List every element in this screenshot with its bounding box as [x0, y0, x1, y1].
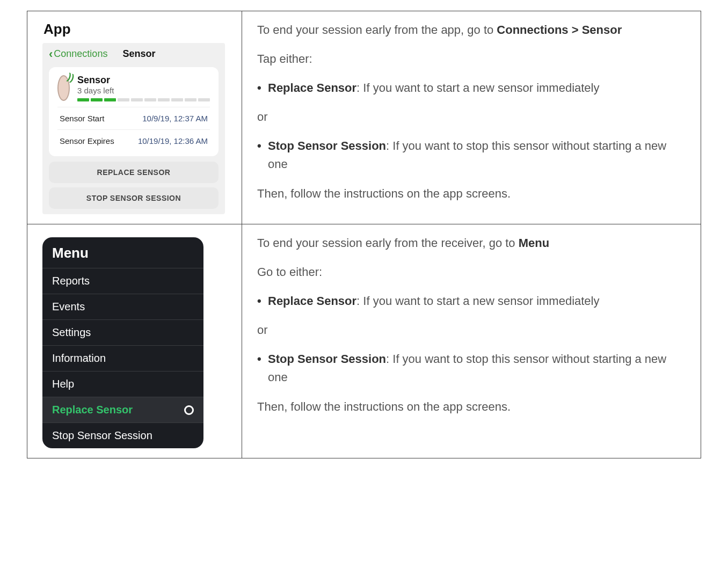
- app-heading: App: [43, 21, 227, 38]
- replace-sensor-button[interactable]: REPLACE SENSOR: [49, 162, 219, 183]
- row2-bullet-replace: • Replace Sensor: If you want to start a…: [257, 292, 686, 310]
- menu-item-events[interactable]: Events: [42, 294, 203, 319]
- sensor-start-value: 10/9/19, 12:37 AM: [142, 114, 208, 123]
- sensor-expires-row: Sensor Expires 10/19/19, 12:36 AM: [57, 129, 210, 152]
- menu-item-replace-sensor[interactable]: Replace Sensor: [42, 397, 203, 422]
- menu-item-help[interactable]: Help: [42, 371, 203, 397]
- receiver-menu: Menu Reports Events Settings Information…: [42, 237, 203, 448]
- row2-goto-either: Go to either:: [257, 263, 686, 281]
- back-button[interactable]: Connections: [54, 48, 107, 60]
- menu-item-stop-sensor-session[interactable]: Stop Sensor Session: [42, 422, 203, 448]
- nav-title: Sensor: [122, 48, 155, 60]
- row1-tap-either: Tap either:: [257, 50, 686, 68]
- sensor-expires-label: Sensor Expires: [60, 136, 114, 145]
- row1-intro: To end your session early from the app, …: [257, 21, 686, 39]
- row1-left-cell: App ‹ Connections Sensor )) Sensor 3 day…: [27, 11, 242, 224]
- row2-or: or: [257, 321, 686, 339]
- back-chevron-icon[interactable]: ‹: [49, 49, 53, 59]
- sensor-start-label: Sensor Start: [60, 114, 104, 123]
- row1-or: or: [257, 108, 686, 126]
- row2-bullet-stop: • Stop Sensor Session: If you want to st…: [257, 350, 686, 387]
- row2-right-cell: To end your session early from the recei…: [242, 224, 701, 458]
- sensor-name: Sensor: [77, 75, 210, 86]
- row1-bullet-replace: • Replace Sensor: If you want to start a…: [257, 79, 686, 97]
- row1-then: Then, follow the instructions on the app…: [257, 185, 686, 203]
- sensor-subtext: 3 days left: [77, 86, 210, 95]
- menu-item-settings[interactable]: Settings: [42, 319, 203, 345]
- stop-sensor-session-button[interactable]: STOP SENSOR SESSION: [49, 187, 219, 209]
- receiver-menu-title: Menu: [42, 237, 203, 268]
- sensor-card: )) Sensor 3 days left Sensor Start: [49, 67, 219, 156]
- row2-left-cell: Menu Reports Events Settings Information…: [27, 224, 242, 458]
- menu-item-reports[interactable]: Reports: [42, 268, 203, 294]
- menu-item-information[interactable]: Information: [42, 345, 203, 371]
- instruction-table: App ‹ Connections Sensor )) Sensor 3 day…: [27, 11, 701, 458]
- row1-bullet-stop: • Stop Sensor Session: If you want to st…: [257, 137, 686, 173]
- sensor-progress-bar: [77, 98, 210, 101]
- app-screenshot: ‹ Connections Sensor )) Sensor 3 days le…: [42, 43, 225, 214]
- app-nav-bar: ‹ Connections Sensor: [42, 43, 225, 67]
- signal-icon: )): [66, 71, 76, 84]
- selection-indicator-icon: [184, 405, 194, 415]
- sensor-expires-value: 10/19/19, 12:36 AM: [138, 136, 208, 145]
- sensor-icon: )): [57, 75, 70, 101]
- row1-right-cell: To end your session early from the app, …: [242, 11, 701, 224]
- row2-then: Then, follow the instructions on the app…: [257, 398, 686, 416]
- sensor-start-row: Sensor Start 10/9/19, 12:37 AM: [57, 107, 210, 129]
- row2-intro: To end your session early from the recei…: [257, 234, 686, 252]
